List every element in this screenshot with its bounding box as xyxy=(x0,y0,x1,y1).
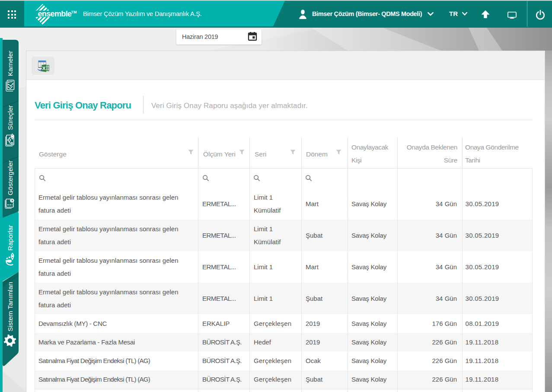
svg-text:X: X xyxy=(42,66,46,71)
svg-text:Raporlar: Raporlar xyxy=(6,225,14,251)
svg-text:Süreçler: Süreçler xyxy=(6,105,14,130)
svg-text:Sistem Tanımları: Sistem Tanımları xyxy=(6,282,14,331)
svg-text:Karneler: Karneler xyxy=(6,51,14,76)
svg-text:TM: TM xyxy=(71,10,77,14)
svg-text:Göstergeler: Göstergeler xyxy=(6,160,14,195)
svg-text:ensemble: ensemble xyxy=(38,10,72,18)
